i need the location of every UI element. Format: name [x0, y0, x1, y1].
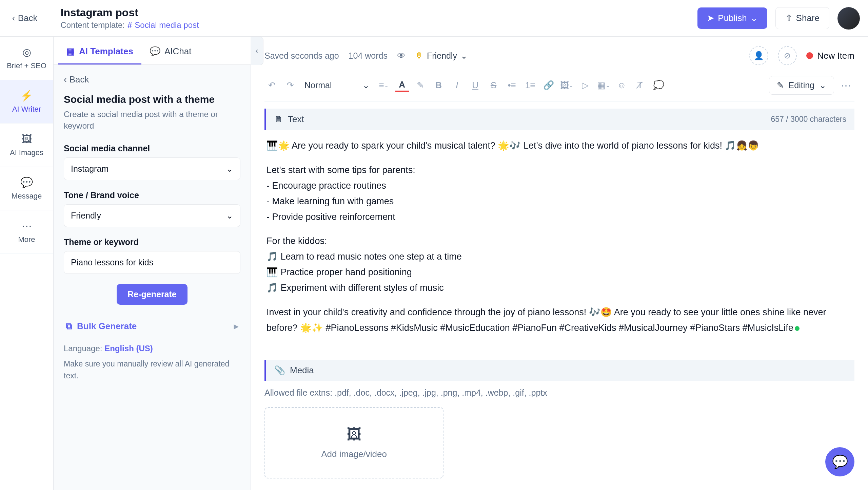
tone-chip[interactable]: 🎙 Friendly ⌄: [415, 51, 468, 61]
table-button[interactable]: ▦⌄: [596, 78, 611, 93]
bullet: 🎹 Practice proper hand positioning: [267, 267, 412, 277]
send-icon: ➤: [707, 13, 714, 23]
bold-button[interactable]: B: [431, 78, 446, 93]
style-select[interactable]: Normal ⌄: [301, 78, 373, 92]
para: 🎹🌟 Are you ready to spark your child's m…: [267, 138, 852, 154]
add-collaborator[interactable]: 👤: [749, 46, 768, 65]
eye-icon[interactable]: 👁: [397, 51, 406, 61]
bullet-list-button[interactable]: •≡: [505, 78, 519, 93]
item-status[interactable]: New Item: [806, 51, 854, 61]
allowed-extensions: Allowed file extns: .pdf, .doc, .docx, .…: [264, 388, 854, 398]
tone-chip-label: Friendly: [427, 51, 457, 61]
target-icon: ◎: [22, 46, 31, 58]
strike-button[interactable]: S: [486, 78, 501, 93]
more-icon: ⋯: [22, 220, 32, 232]
embed-button[interactable]: ▷: [578, 78, 593, 93]
rail-message[interactable]: 💬 Message: [0, 167, 53, 210]
chevron-left-icon: ‹: [12, 13, 15, 23]
nav-rail: ◎ Brief + SEO ⚡ AI Writer 🖼 AI Images 💬 …: [0, 37, 54, 490]
bullet: - Provide positive reinforcement: [267, 212, 395, 222]
bulk-generate[interactable]: ⧉ Bulk Generate ▸: [64, 317, 240, 336]
emoji-button[interactable]: ☺: [614, 78, 629, 93]
pencil-icon: ✎: [777, 80, 784, 90]
chevron-down-icon: ⌄: [226, 211, 233, 221]
share-label: Share: [796, 13, 820, 23]
chevron-down-icon: ⌄: [819, 80, 826, 90]
share-button[interactable]: ⇧ Share: [775, 7, 829, 29]
toolbar-more[interactable]: ⋯: [837, 79, 854, 91]
panel-subheading: Create a social media post with a theme …: [64, 109, 240, 131]
back-label: Back: [18, 13, 38, 23]
side-panel: ▦ AI Templates 💬 AIChat ‹ ‹ Back Social …: [54, 37, 251, 490]
tone-label: Tone / Brand voice: [64, 190, 240, 200]
regenerate-button[interactable]: Re-generate: [117, 284, 188, 305]
rail-writer-label: AI Writer: [12, 105, 41, 114]
clear-format-button[interactable]: T̸: [633, 78, 648, 93]
panel-back-button[interactable]: ‹ Back: [64, 74, 240, 85]
number-list-button[interactable]: 1≡: [523, 78, 538, 93]
grid-icon: ▦: [66, 46, 75, 57]
text-block-header: 🗎 Text 657 / 3000 characters: [264, 109, 854, 130]
panel-heading: Social media post with a theme: [64, 94, 240, 105]
title-block: Instagram post Content template: # Socia…: [60, 6, 199, 30]
media-dropzone[interactable]: 🖼 Add image/video: [264, 407, 443, 478]
para: For the kiddos:: [267, 236, 327, 246]
bullet: 🎵 Learn to read music notes one step at …: [267, 251, 462, 262]
editor: Saved seconds ago 104 words 👁 🎙 Friendly…: [251, 37, 868, 490]
rail-ai-images[interactable]: 🖼 AI Images: [0, 124, 53, 167]
chevron-left-icon: ‹: [256, 46, 258, 56]
hash-icon: #: [127, 20, 132, 30]
rail-more[interactable]: ⋯ More: [0, 210, 53, 254]
italic-button[interactable]: I: [450, 78, 465, 93]
word-count: 104 words: [349, 51, 388, 61]
avatar[interactable]: [837, 7, 860, 30]
add-media-label: Add image/video: [321, 449, 387, 459]
message-icon: 💬: [20, 176, 33, 188]
rail-ai-writer[interactable]: ⚡ AI Writer: [0, 80, 53, 124]
tab-templates-label: AI Templates: [79, 46, 133, 57]
saved-status: Saved seconds ago: [264, 51, 339, 61]
chevron-down-icon: ⌄: [460, 51, 468, 61]
rail-brief-seo[interactable]: ◎ Brief + SEO: [0, 37, 53, 80]
attachment-icon: 📎: [274, 365, 285, 376]
redo-button[interactable]: ↷: [283, 78, 298, 93]
para: Invest in your child's creativity and co…: [267, 307, 826, 333]
chat-fab[interactable]: 💬: [825, 447, 854, 476]
tone-value: Friendly: [71, 211, 101, 221]
undo-button[interactable]: ↶: [264, 78, 279, 93]
collapse-handle[interactable]: ‹: [251, 37, 263, 65]
underline-button[interactable]: U: [468, 78, 483, 93]
comment-button[interactable]: 💭: [651, 78, 666, 93]
para: Let's start with some tips for parents:: [267, 165, 415, 175]
highlight-button[interactable]: ✎: [413, 78, 428, 93]
tone-select[interactable]: Friendly ⌄: [64, 204, 240, 227]
theme-input[interactable]: [64, 251, 240, 274]
bolt-icon: ⚡: [20, 90, 33, 101]
ai-disclaimer: Make sure you manually review all AI gen…: [64, 358, 240, 381]
chevron-right-icon: ▸: [234, 321, 238, 332]
language-value[interactable]: English (US): [104, 344, 153, 353]
link-button[interactable]: 🔗: [541, 78, 556, 93]
template-link[interactable]: Social media post: [135, 20, 199, 30]
text-color-button[interactable]: A: [395, 78, 410, 93]
bullet: - Encourage practice routines: [267, 181, 386, 191]
insert-image-button[interactable]: 🖼⌄: [559, 78, 574, 93]
page-title: Instagram post: [60, 6, 199, 19]
back-button[interactable]: ‹ Back: [8, 9, 41, 27]
image-icon: 🖼: [347, 426, 361, 443]
publish-button[interactable]: ➤ Publish ⌄: [697, 7, 767, 29]
text-content[interactable]: 🎹🌟 Are you ready to spark your child's m…: [264, 130, 854, 353]
format-toolbar: ↶ ↷ Normal ⌄ ≡⌄ A ✎ B I U S •≡ 1≡ 🔗 🖼⌄ ▷…: [264, 73, 854, 102]
tab-ai-templates[interactable]: ▦ AI Templates: [58, 39, 141, 64]
align-button[interactable]: ≡⌄: [376, 78, 391, 93]
mode-select[interactable]: ✎ Editing ⌄: [769, 76, 834, 95]
share-icon: ⇧: [785, 13, 793, 23]
tab-chat-label: AIChat: [164, 46, 192, 57]
status-dot-red: [806, 52, 813, 59]
channel-select[interactable]: Instagram ⌄: [64, 157, 240, 180]
bulk-label: Bulk Generate: [77, 321, 137, 332]
tab-aichat[interactable]: 💬 AIChat: [141, 39, 200, 64]
status-label: New Item: [817, 51, 854, 61]
add-date[interactable]: ⊘: [778, 46, 797, 65]
calendar-icon-cross: ⊘: [784, 51, 791, 60]
